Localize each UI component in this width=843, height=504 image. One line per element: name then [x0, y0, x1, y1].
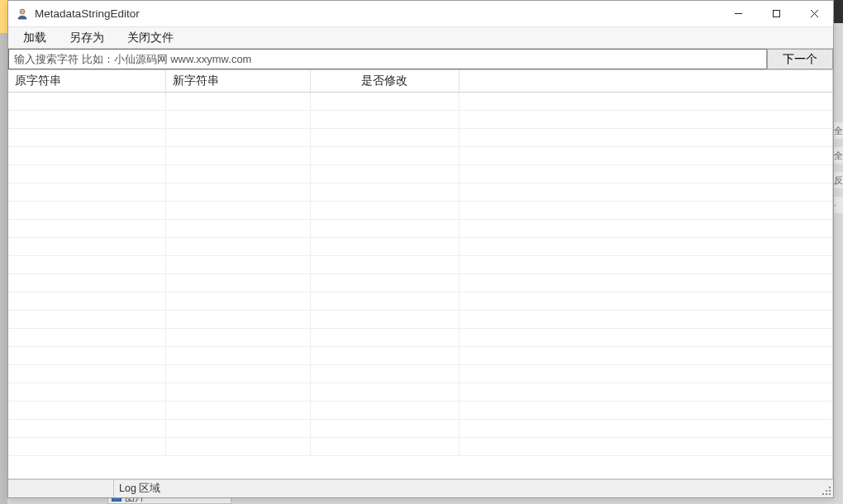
table-row[interactable]	[8, 93, 832, 111]
cell-new[interactable]	[165, 93, 310, 111]
table-container[interactable]: 原字符串 新字符串 是否修改	[8, 70, 833, 478]
cell-modified[interactable]	[310, 183, 459, 202]
cell-modified[interactable]	[310, 365, 459, 383]
cell-original[interactable]	[8, 383, 165, 402]
cell-modified[interactable]	[310, 311, 459, 329]
string-table[interactable]: 原字符串 新字符串 是否修改	[8, 70, 832, 456]
cell-new[interactable]	[165, 129, 310, 147]
table-row[interactable]	[8, 311, 832, 329]
table-row[interactable]	[8, 256, 832, 274]
close-button[interactable]	[795, 1, 833, 26]
cell-new[interactable]	[165, 202, 310, 220]
table-row[interactable]	[8, 274, 832, 292]
cell-modified[interactable]	[310, 129, 459, 147]
cell-modified[interactable]	[310, 111, 459, 129]
table-row[interactable]	[8, 347, 832, 365]
search-input[interactable]	[8, 49, 767, 69]
cell-original[interactable]	[8, 220, 165, 238]
cell-original[interactable]	[8, 238, 165, 256]
cell-original[interactable]	[8, 402, 165, 420]
cell-filler	[459, 365, 832, 383]
cell-new[interactable]	[165, 147, 310, 165]
cell-modified[interactable]	[310, 383, 459, 402]
cell-modified[interactable]	[310, 292, 459, 311]
cell-modified[interactable]	[310, 147, 459, 165]
cell-new[interactable]	[165, 383, 310, 402]
maximize-button[interactable]	[757, 1, 795, 26]
cell-original[interactable]	[8, 147, 165, 165]
cell-original[interactable]	[8, 202, 165, 220]
cell-original[interactable]	[8, 365, 165, 383]
menu-save-as[interactable]: 另存为	[58, 28, 116, 48]
menu-close-file[interactable]: 关闭文件	[116, 28, 185, 48]
col-original[interactable]: 原字符串	[8, 70, 165, 93]
cell-new[interactable]	[165, 438, 310, 456]
cell-modified[interactable]	[310, 347, 459, 365]
cell-modified[interactable]	[310, 93, 459, 111]
menu-load[interactable]: 加载	[12, 28, 58, 48]
table-row[interactable]	[8, 238, 832, 256]
cell-new[interactable]	[165, 274, 310, 292]
resize-grip-icon[interactable]	[818, 480, 833, 497]
cell-new[interactable]	[165, 402, 310, 420]
cell-original[interactable]	[8, 111, 165, 129]
cell-new[interactable]	[165, 365, 310, 383]
col-modified[interactable]: 是否修改	[310, 70, 459, 93]
cell-new[interactable]	[165, 292, 310, 311]
minimize-button[interactable]	[719, 1, 757, 26]
table-row[interactable]	[8, 438, 832, 456]
cell-new[interactable]	[165, 238, 310, 256]
cell-original[interactable]	[8, 438, 165, 456]
cell-new[interactable]	[165, 183, 310, 202]
table-row[interactable]	[8, 365, 832, 383]
cell-filler	[459, 147, 832, 165]
cell-new[interactable]	[165, 420, 310, 438]
cell-new[interactable]	[165, 329, 310, 347]
cell-modified[interactable]	[310, 256, 459, 274]
table-row[interactable]	[8, 402, 832, 420]
status-cell-1	[8, 480, 114, 497]
svg-rect-8	[829, 493, 831, 495]
cell-modified[interactable]	[310, 438, 459, 456]
col-new[interactable]: 新字符串	[165, 70, 310, 93]
table-row[interactable]	[8, 183, 832, 202]
table-row[interactable]	[8, 220, 832, 238]
cell-modified[interactable]	[310, 202, 459, 220]
cell-modified[interactable]	[310, 420, 459, 438]
cell-original[interactable]	[8, 347, 165, 365]
cell-new[interactable]	[165, 256, 310, 274]
cell-original[interactable]	[8, 256, 165, 274]
cell-new[interactable]	[165, 311, 310, 329]
cell-original[interactable]	[8, 274, 165, 292]
cell-modified[interactable]	[310, 274, 459, 292]
cell-new[interactable]	[165, 111, 310, 129]
table-row[interactable]	[8, 147, 832, 165]
cell-modified[interactable]	[310, 165, 459, 183]
table-row[interactable]	[8, 292, 832, 311]
cell-original[interactable]	[8, 292, 165, 311]
cell-original[interactable]	[8, 183, 165, 202]
cell-new[interactable]	[165, 347, 310, 365]
cell-original[interactable]	[8, 129, 165, 147]
table-row[interactable]	[8, 202, 832, 220]
next-button[interactable]: 下一个	[767, 49, 833, 69]
table-row[interactable]	[8, 420, 832, 438]
table-row[interactable]	[8, 383, 832, 402]
table-row[interactable]	[8, 165, 832, 183]
table-row[interactable]	[8, 329, 832, 347]
cell-modified[interactable]	[310, 238, 459, 256]
table-row[interactable]	[8, 111, 832, 129]
title-bar[interactable]: MetadataStringEditor	[8, 1, 833, 27]
cell-original[interactable]	[8, 420, 165, 438]
status-log-label[interactable]: Log 区域	[114, 480, 177, 497]
cell-original[interactable]	[8, 165, 165, 183]
cell-original[interactable]	[8, 329, 165, 347]
cell-modified[interactable]	[310, 402, 459, 420]
cell-original[interactable]	[8, 311, 165, 329]
cell-new[interactable]	[165, 165, 310, 183]
cell-new[interactable]	[165, 220, 310, 238]
cell-modified[interactable]	[310, 220, 459, 238]
table-row[interactable]	[8, 129, 832, 147]
cell-modified[interactable]	[310, 329, 459, 347]
cell-original[interactable]	[8, 93, 165, 111]
